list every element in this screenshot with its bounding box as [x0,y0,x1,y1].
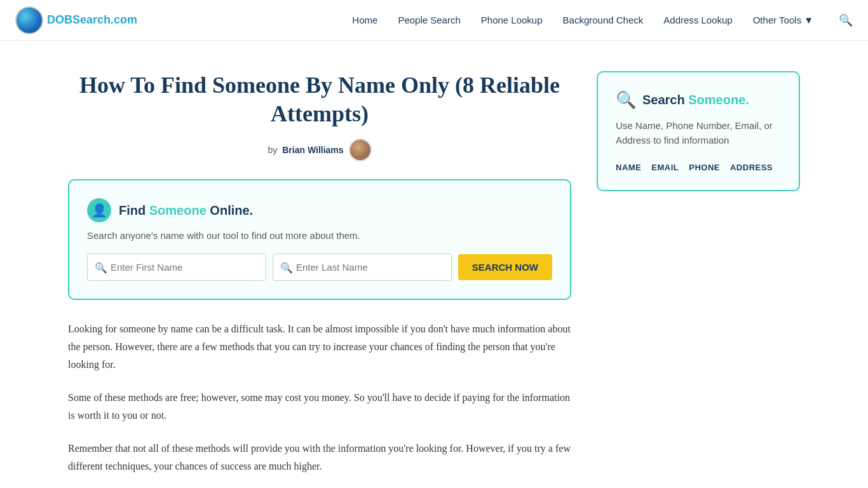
nav-links: Home People Search Phone Lookup Backgrou… [352,13,853,27]
search-icon[interactable]: 🔍 [839,13,853,27]
logo-text: DOBSearch.com [47,13,137,27]
paragraph-2: Some of these methods are free; however,… [68,389,571,424]
last-name-wrap: 🔍 [273,254,452,281]
search-input-icon-first: 🔍 [95,261,107,273]
sidebar-search-icon: 🔍 [616,90,636,110]
sidebar-link-email[interactable]: EMAIL [651,163,679,172]
logo-icon [15,6,43,34]
page-layout: How To Find Someone By Name Only (8 Reli… [53,41,815,488]
author-prefix: by [268,145,277,155]
article-title: How To Find Someone By Name Only (8 Reli… [68,71,571,128]
first-name-wrap: 🔍 [87,254,266,281]
nav-people-search[interactable]: People Search [398,15,460,25]
sidebar-card-header: 🔍 Search Someone. [616,90,781,110]
nav-other-tools[interactable]: Other Tools ▼ [753,15,813,25]
main-content: How To Find Someone By Name Only (8 Reli… [68,71,571,488]
search-input-icon-last: 🔍 [280,261,293,273]
person-icon: 👤 [87,198,111,222]
article-body: Looking for someone by name can be a dif… [68,320,571,475]
widget-header: 👤 Find Someone Online. [87,198,552,222]
author-avatar [349,139,372,161]
logo-link[interactable]: DOBSearch.com [15,6,137,34]
sidebar-card: 🔍 Search Someone. Use Name, Phone Number… [597,71,800,191]
last-name-input[interactable] [273,254,452,281]
sidebar-card-desc: Use Name, Phone Number, Email, or Addres… [616,119,781,147]
search-now-button[interactable]: SEARCH NOW [458,254,552,280]
search-widget: 👤 Find Someone Online. Search anyone's n… [68,179,571,300]
author-line: by Brian Williams [68,139,571,161]
nav-phone-lookup[interactable]: Phone Lookup [481,15,543,25]
search-form: 🔍 🔍 SEARCH NOW [87,254,552,281]
sidebar: 🔍 Search Someone. Use Name, Phone Number… [597,71,800,488]
widget-subtitle: Search anyone's name with our tool to fi… [87,230,552,241]
sidebar-link-name[interactable]: NAME [616,163,641,172]
sidebar-link-phone[interactable]: PHONE [689,163,720,172]
author-name: Brian Williams [282,145,343,155]
nav-background-check[interactable]: Background Check [563,15,644,25]
widget-title: Find Someone Online. [119,203,253,218]
paragraph-1: Looking for someone by name can be a dif… [68,320,571,374]
nav-address-lookup[interactable]: Address Lookup [663,15,732,25]
navigation: DOBSearch.com Home People Search Phone L… [0,0,868,41]
paragraph-3: Remember that not all of these methods w… [68,440,571,475]
first-name-input[interactable] [87,254,266,281]
sidebar-links: NAME EMAIL PHONE ADDRESS [616,163,781,172]
sidebar-card-title: Search Someone. [642,93,749,107]
chevron-down-icon: ▼ [804,15,813,25]
nav-home[interactable]: Home [352,15,377,25]
sidebar-link-address[interactable]: ADDRESS [730,163,773,172]
